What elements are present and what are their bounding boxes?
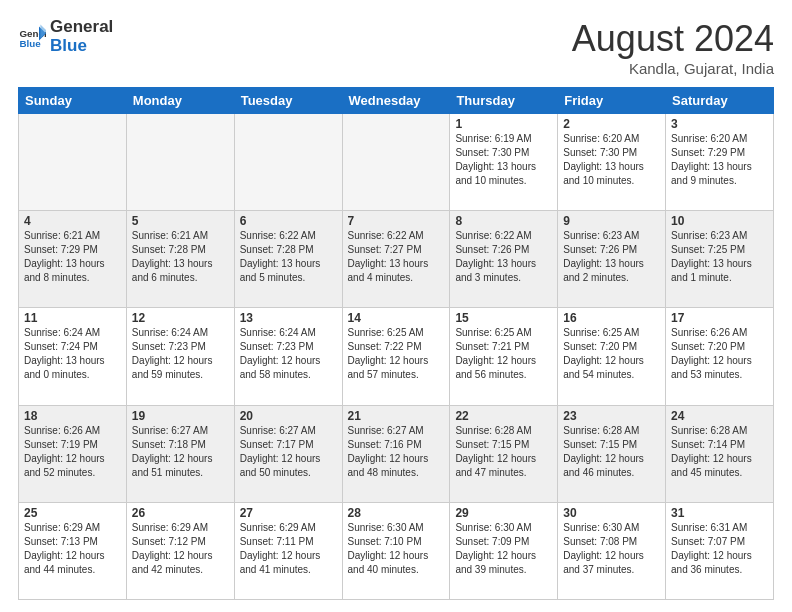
day-info: Sunrise: 6:19 AM Sunset: 7:30 PM Dayligh…	[455, 132, 552, 188]
day-info: Sunrise: 6:26 AM Sunset: 7:19 PM Dayligh…	[24, 424, 121, 480]
calendar-cell: 1Sunrise: 6:19 AM Sunset: 7:30 PM Daylig…	[450, 114, 558, 211]
calendar-week-row: 4Sunrise: 6:21 AM Sunset: 7:29 PM Daylig…	[19, 211, 774, 308]
calendar-week-row: 25Sunrise: 6:29 AM Sunset: 7:13 PM Dayli…	[19, 502, 774, 599]
calendar-cell: 11Sunrise: 6:24 AM Sunset: 7:24 PM Dayli…	[19, 308, 127, 405]
calendar-cell: 13Sunrise: 6:24 AM Sunset: 7:23 PM Dayli…	[234, 308, 342, 405]
logo-general: General	[50, 18, 113, 37]
header: General Blue General Blue August 2024 Ka…	[18, 18, 774, 77]
calendar-cell: 25Sunrise: 6:29 AM Sunset: 7:13 PM Dayli…	[19, 502, 127, 599]
calendar-cell: 24Sunrise: 6:28 AM Sunset: 7:14 PM Dayli…	[666, 405, 774, 502]
day-info: Sunrise: 6:31 AM Sunset: 7:07 PM Dayligh…	[671, 521, 768, 577]
calendar-cell: 23Sunrise: 6:28 AM Sunset: 7:15 PM Dayli…	[558, 405, 666, 502]
calendar-cell: 20Sunrise: 6:27 AM Sunset: 7:17 PM Dayli…	[234, 405, 342, 502]
calendar-table: Sunday Monday Tuesday Wednesday Thursday…	[18, 87, 774, 600]
col-tuesday: Tuesday	[234, 88, 342, 114]
day-number: 6	[240, 214, 337, 228]
calendar-cell	[234, 114, 342, 211]
day-number: 4	[24, 214, 121, 228]
calendar-week-row: 1Sunrise: 6:19 AM Sunset: 7:30 PM Daylig…	[19, 114, 774, 211]
day-number: 10	[671, 214, 768, 228]
day-info: Sunrise: 6:22 AM Sunset: 7:26 PM Dayligh…	[455, 229, 552, 285]
day-number: 26	[132, 506, 229, 520]
day-info: Sunrise: 6:20 AM Sunset: 7:30 PM Dayligh…	[563, 132, 660, 188]
calendar-cell	[19, 114, 127, 211]
calendar-cell: 19Sunrise: 6:27 AM Sunset: 7:18 PM Dayli…	[126, 405, 234, 502]
day-info: Sunrise: 6:29 AM Sunset: 7:11 PM Dayligh…	[240, 521, 337, 577]
day-number: 17	[671, 311, 768, 325]
day-info: Sunrise: 6:27 AM Sunset: 7:17 PM Dayligh…	[240, 424, 337, 480]
calendar-cell: 22Sunrise: 6:28 AM Sunset: 7:15 PM Dayli…	[450, 405, 558, 502]
day-number: 29	[455, 506, 552, 520]
day-number: 9	[563, 214, 660, 228]
day-number: 14	[348, 311, 445, 325]
day-number: 21	[348, 409, 445, 423]
day-info: Sunrise: 6:25 AM Sunset: 7:20 PM Dayligh…	[563, 326, 660, 382]
day-number: 30	[563, 506, 660, 520]
logo-icon: General Blue	[18, 23, 46, 51]
day-number: 19	[132, 409, 229, 423]
day-number: 11	[24, 311, 121, 325]
calendar-cell	[126, 114, 234, 211]
col-wednesday: Wednesday	[342, 88, 450, 114]
calendar-cell: 16Sunrise: 6:25 AM Sunset: 7:20 PM Dayli…	[558, 308, 666, 405]
calendar-cell: 7Sunrise: 6:22 AM Sunset: 7:27 PM Daylig…	[342, 211, 450, 308]
day-info: Sunrise: 6:20 AM Sunset: 7:29 PM Dayligh…	[671, 132, 768, 188]
day-info: Sunrise: 6:25 AM Sunset: 7:21 PM Dayligh…	[455, 326, 552, 382]
col-sunday: Sunday	[19, 88, 127, 114]
calendar-cell: 2Sunrise: 6:20 AM Sunset: 7:30 PM Daylig…	[558, 114, 666, 211]
calendar-cell: 3Sunrise: 6:20 AM Sunset: 7:29 PM Daylig…	[666, 114, 774, 211]
logo-blue: Blue	[50, 37, 113, 56]
day-number: 23	[563, 409, 660, 423]
day-number: 18	[24, 409, 121, 423]
calendar-cell	[342, 114, 450, 211]
calendar-header-row: Sunday Monday Tuesday Wednesday Thursday…	[19, 88, 774, 114]
day-info: Sunrise: 6:30 AM Sunset: 7:10 PM Dayligh…	[348, 521, 445, 577]
day-number: 12	[132, 311, 229, 325]
day-info: Sunrise: 6:27 AM Sunset: 7:18 PM Dayligh…	[132, 424, 229, 480]
col-monday: Monday	[126, 88, 234, 114]
day-info: Sunrise: 6:26 AM Sunset: 7:20 PM Dayligh…	[671, 326, 768, 382]
day-number: 7	[348, 214, 445, 228]
calendar-cell: 10Sunrise: 6:23 AM Sunset: 7:25 PM Dayli…	[666, 211, 774, 308]
day-number: 25	[24, 506, 121, 520]
day-info: Sunrise: 6:22 AM Sunset: 7:27 PM Dayligh…	[348, 229, 445, 285]
day-info: Sunrise: 6:21 AM Sunset: 7:28 PM Dayligh…	[132, 229, 229, 285]
day-info: Sunrise: 6:21 AM Sunset: 7:29 PM Dayligh…	[24, 229, 121, 285]
col-thursday: Thursday	[450, 88, 558, 114]
day-number: 1	[455, 117, 552, 131]
day-info: Sunrise: 6:24 AM Sunset: 7:23 PM Dayligh…	[132, 326, 229, 382]
day-info: Sunrise: 6:23 AM Sunset: 7:25 PM Dayligh…	[671, 229, 768, 285]
calendar-cell: 17Sunrise: 6:26 AM Sunset: 7:20 PM Dayli…	[666, 308, 774, 405]
day-number: 20	[240, 409, 337, 423]
logo: General Blue General Blue	[18, 18, 113, 55]
day-number: 31	[671, 506, 768, 520]
calendar-cell: 27Sunrise: 6:29 AM Sunset: 7:11 PM Dayli…	[234, 502, 342, 599]
calendar-cell: 18Sunrise: 6:26 AM Sunset: 7:19 PM Dayli…	[19, 405, 127, 502]
calendar-week-row: 18Sunrise: 6:26 AM Sunset: 7:19 PM Dayli…	[19, 405, 774, 502]
day-info: Sunrise: 6:24 AM Sunset: 7:23 PM Dayligh…	[240, 326, 337, 382]
day-info: Sunrise: 6:27 AM Sunset: 7:16 PM Dayligh…	[348, 424, 445, 480]
day-number: 13	[240, 311, 337, 325]
calendar-cell: 9Sunrise: 6:23 AM Sunset: 7:26 PM Daylig…	[558, 211, 666, 308]
day-info: Sunrise: 6:29 AM Sunset: 7:13 PM Dayligh…	[24, 521, 121, 577]
title-area: August 2024 Kandla, Gujarat, India	[572, 18, 774, 77]
day-number: 16	[563, 311, 660, 325]
col-saturday: Saturday	[666, 88, 774, 114]
month-title: August 2024	[572, 18, 774, 60]
page: General Blue General Blue August 2024 Ka…	[0, 0, 792, 612]
day-info: Sunrise: 6:23 AM Sunset: 7:26 PM Dayligh…	[563, 229, 660, 285]
calendar-cell: 12Sunrise: 6:24 AM Sunset: 7:23 PM Dayli…	[126, 308, 234, 405]
day-info: Sunrise: 6:25 AM Sunset: 7:22 PM Dayligh…	[348, 326, 445, 382]
day-number: 15	[455, 311, 552, 325]
calendar-cell: 4Sunrise: 6:21 AM Sunset: 7:29 PM Daylig…	[19, 211, 127, 308]
calendar-cell: 21Sunrise: 6:27 AM Sunset: 7:16 PM Dayli…	[342, 405, 450, 502]
calendar-week-row: 11Sunrise: 6:24 AM Sunset: 7:24 PM Dayli…	[19, 308, 774, 405]
day-info: Sunrise: 6:24 AM Sunset: 7:24 PM Dayligh…	[24, 326, 121, 382]
day-number: 5	[132, 214, 229, 228]
day-info: Sunrise: 6:30 AM Sunset: 7:08 PM Dayligh…	[563, 521, 660, 577]
calendar-cell: 8Sunrise: 6:22 AM Sunset: 7:26 PM Daylig…	[450, 211, 558, 308]
calendar-cell: 5Sunrise: 6:21 AM Sunset: 7:28 PM Daylig…	[126, 211, 234, 308]
day-info: Sunrise: 6:22 AM Sunset: 7:28 PM Dayligh…	[240, 229, 337, 285]
day-info: Sunrise: 6:28 AM Sunset: 7:15 PM Dayligh…	[455, 424, 552, 480]
calendar-cell: 15Sunrise: 6:25 AM Sunset: 7:21 PM Dayli…	[450, 308, 558, 405]
